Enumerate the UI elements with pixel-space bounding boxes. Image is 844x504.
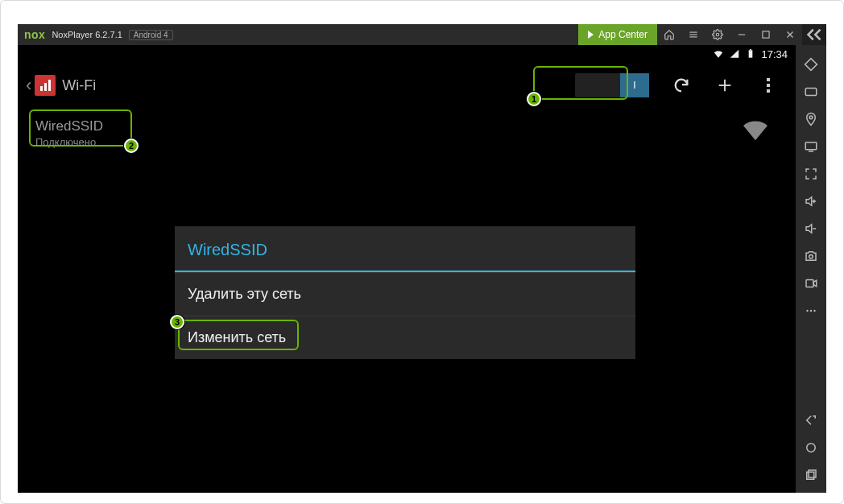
add-network-button[interactable] (715, 76, 734, 95)
network-name: WiredSSID (35, 118, 103, 134)
volume-down-icon[interactable] (803, 221, 819, 237)
network-context-menu: WiredSSID Удалить эту сеть Изменить сеть… (175, 226, 635, 359)
android-recents-icon[interactable] (803, 467, 819, 483)
svg-rect-12 (805, 143, 817, 150)
android-api-badge: Android 4 (129, 30, 173, 40)
wifi-app-icon (35, 75, 56, 96)
app-title: NoxPlayer 6.2.7.1 (52, 30, 122, 39)
svg-rect-5 (763, 31, 769, 38)
svg-marker-21 (813, 280, 817, 287)
svg-rect-8 (805, 59, 817, 71)
context-menu-title: WiredSSID (175, 226, 635, 271)
modify-network-label: Изменить сеть (188, 329, 286, 345)
network-status: Подключено (35, 136, 103, 148)
android-status-bar: 17:34 (18, 45, 796, 63)
svg-rect-29 (750, 49, 751, 50)
svg-rect-9 (805, 89, 817, 96)
collapse-sidebar-button[interactable] (802, 24, 826, 45)
back-chevron-icon[interactable]: ‹ (26, 75, 31, 96)
overflow-menu-button[interactable] (759, 76, 778, 95)
maximize-button[interactable] (754, 24, 778, 45)
location-icon[interactable] (803, 111, 819, 127)
signal-status-icon (729, 48, 740, 60)
wifi-toggle[interactable]: I (575, 73, 649, 97)
app-center-label: App Center (598, 29, 647, 40)
svg-rect-27 (809, 470, 816, 477)
svg-point-23 (810, 310, 812, 312)
record-icon[interactable] (803, 275, 819, 291)
svg-marker-14 (806, 197, 812, 206)
svg-point-11 (809, 116, 813, 119)
fullscreen-icon[interactable] (803, 166, 819, 182)
rotate-icon[interactable] (803, 56, 819, 72)
play-icon (588, 31, 594, 39)
volume-up-icon[interactable] (803, 193, 819, 209)
svg-point-3 (716, 33, 719, 36)
close-button[interactable] (778, 24, 802, 45)
minimize-button[interactable] (730, 24, 754, 45)
callout-1-badge: 1 (527, 92, 541, 106)
app-center-button[interactable]: App Center (578, 24, 657, 45)
menu-button[interactable] (681, 24, 705, 45)
clock: 17:34 (761, 48, 788, 60)
svg-rect-28 (749, 50, 753, 57)
refresh-button[interactable] (672, 76, 691, 95)
forget-network-item[interactable]: Удалить эту сеть (175, 272, 635, 316)
side-toolbar (796, 45, 826, 493)
home-button[interactable] (657, 24, 681, 45)
svg-point-19 (809, 255, 813, 259)
svg-point-24 (813, 310, 815, 312)
android-back-icon[interactable] (803, 412, 819, 428)
settings-button[interactable] (705, 24, 730, 45)
nox-logo: nox (24, 28, 45, 41)
screenshot-icon[interactable] (803, 248, 819, 264)
wifi-settings-header: ‹ Wi-Fi I (18, 63, 796, 108)
wifi-toggle-on-label: I (620, 73, 649, 97)
callout-3-badge: 3 (170, 315, 184, 329)
forget-network-label: Удалить эту сеть (188, 286, 301, 302)
wifi-title: Wi-Fi (62, 77, 96, 94)
android-home-icon[interactable] (803, 440, 819, 456)
more-icon[interactable] (803, 303, 819, 319)
signal-strength-icon (739, 114, 772, 149)
battery-status-icon (745, 48, 756, 60)
svg-point-22 (806, 310, 808, 312)
modify-network-item[interactable]: Изменить сеть 3 (175, 316, 635, 359)
my-computer-icon[interactable] (803, 138, 819, 155)
wifi-status-icon (713, 48, 724, 60)
svg-rect-20 (806, 280, 813, 287)
keyboard-map-icon[interactable] (803, 84, 819, 100)
svg-point-25 (807, 444, 816, 452)
svg-rect-26 (807, 472, 814, 479)
svg-marker-17 (806, 225, 812, 233)
window-titlebar: nox NoxPlayer 6.2.7.1 Android 4 App Cent… (18, 24, 826, 45)
callout-2-badge: 2 (124, 138, 139, 153)
android-screen: 17:34 ‹ Wi-Fi I WiredSSID Подключ (18, 45, 796, 493)
